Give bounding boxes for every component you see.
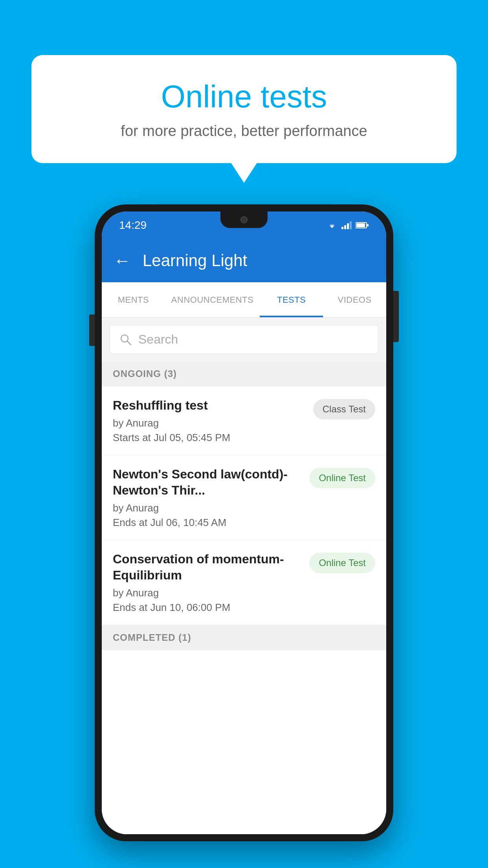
tab-tests[interactable]: TESTS [260,282,323,317]
back-button[interactable]: ← [114,251,131,270]
signal-icon [341,221,352,229]
phone-screen: 14:29 [102,211,386,834]
search-icon [119,333,132,346]
test-name: Conservation of momentum-Equilibrium [113,551,301,584]
app-bar: ← Learning Light [102,239,386,282]
test-item[interactable]: Newton's Second law(contd)-Newton's Thir… [102,455,386,540]
test-name: Newton's Second law(contd)-Newton's Thir… [113,466,301,499]
notch [220,211,268,228]
speech-bubble-container: Online tests for more practice, better p… [31,55,457,163]
status-time: 14:29 [119,219,147,232]
tabs-container: MENTS ANNOUNCEMENTS TESTS VIDEOS [102,282,386,318]
tab-announcements[interactable]: ANNOUNCEMENTS [165,282,260,317]
tab-ments[interactable]: MENTS [102,282,165,317]
camera-dot [240,216,248,223]
test-item-left: Newton's Second law(contd)-Newton's Thir… [113,466,301,529]
svg-rect-5 [356,223,365,227]
test-author: by Anurag [113,417,305,429]
phone-frame: 14:29 [95,204,393,841]
search-container: Search [102,318,386,361]
test-name: Reshuffling test [113,397,305,414]
tab-videos[interactable]: VIDEOS [323,282,386,317]
test-badge-online: Online Test [309,553,375,573]
test-item-left: Reshuffling test by Anurag Starts at Jul… [113,397,305,444]
svg-rect-1 [344,225,346,229]
test-badge-class: Class Test [313,399,375,419]
bubble-title: Online tests [63,79,425,115]
svg-rect-0 [341,227,343,229]
svg-rect-2 [347,223,349,229]
status-icons [327,221,369,230]
test-time: Starts at Jul 05, 05:45 PM [113,432,305,444]
test-item[interactable]: Conservation of momentum-Equilibrium by … [102,540,386,625]
app-bar-title: Learning Light [143,251,247,270]
speech-bubble: Online tests for more practice, better p… [31,55,457,163]
tests-list: Reshuffling test by Anurag Starts at Jul… [102,386,386,834]
test-time: Ends at Jul 06, 10:45 AM [113,517,301,529]
test-time: Ends at Jun 10, 06:00 PM [113,601,301,614]
wifi-icon [327,221,338,230]
test-badge-online: Online Test [309,468,375,488]
status-bar: 14:29 [102,211,386,239]
test-item[interactable]: Reshuffling test by Anurag Starts at Jul… [102,386,386,455]
search-input-wrapper[interactable]: Search [110,325,378,354]
test-item-left: Conservation of momentum-Equilibrium by … [113,551,301,614]
test-author: by Anurag [113,587,301,599]
search-placeholder: Search [138,332,178,347]
svg-rect-3 [350,221,352,229]
phone-wrapper: 14:29 [95,204,393,841]
bubble-subtitle: for more practice, better performance [63,123,425,140]
test-author: by Anurag [113,502,301,514]
svg-line-8 [127,341,131,345]
completed-section-header: COMPLETED (1) [102,625,386,650]
battery-icon [356,222,369,229]
svg-rect-6 [367,224,369,226]
ongoing-section-header: ONGOING (3) [102,361,386,386]
